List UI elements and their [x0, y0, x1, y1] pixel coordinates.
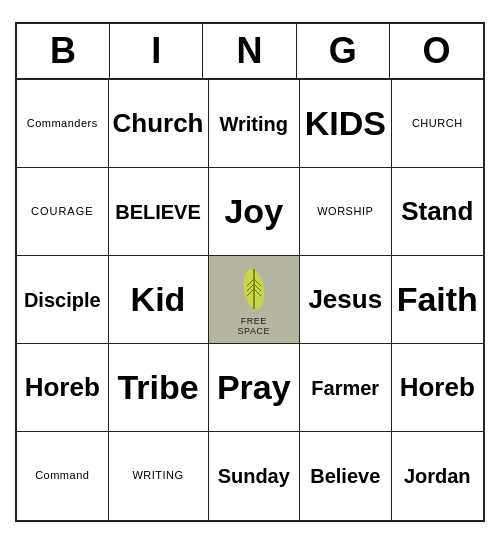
- cell-text: Believe: [310, 464, 380, 488]
- cell-r2-c1: Kid: [109, 256, 209, 344]
- cell-text: WRITING: [132, 469, 183, 482]
- cell-text: Church: [113, 108, 204, 139]
- cell-text: COURAGE: [31, 205, 94, 218]
- cell-r3-c3: Farmer: [300, 344, 392, 432]
- cell-text: BELIEVE: [115, 200, 201, 224]
- cell-text: Horeb: [25, 372, 100, 403]
- header-letter: N: [203, 24, 296, 78]
- cell-text: Commanders: [27, 117, 98, 130]
- cell-text: Kid: [131, 279, 186, 320]
- cell-text: Farmer: [311, 376, 379, 400]
- cell-r0-c3: KIDS: [300, 80, 392, 168]
- bingo-grid: CommandersChurchWritingKIDSCHURCHCOURAGE…: [17, 80, 483, 520]
- cell-text: Pray: [217, 367, 291, 408]
- cell-r3-c4: Horeb: [392, 344, 484, 432]
- cell-r1-c0: COURAGE: [17, 168, 109, 256]
- cell-text: CHURCH: [412, 117, 463, 130]
- cell-r0-c1: Church: [109, 80, 209, 168]
- cell-text: KIDS: [305, 103, 386, 144]
- cell-text: Command: [35, 469, 89, 482]
- cell-text: Faith: [397, 279, 478, 320]
- header-letter: G: [297, 24, 390, 78]
- cell-r4-c4: Jordan: [392, 432, 484, 520]
- bingo-header: BINGO: [17, 24, 483, 80]
- cell-r4-c2: Sunday: [209, 432, 301, 520]
- header-letter: I: [110, 24, 203, 78]
- cell-r2-c4: Faith: [392, 256, 484, 344]
- cell-text: Disciple: [24, 288, 101, 312]
- free-space-icon: [236, 264, 272, 314]
- cell-r2-c2: FREE SPACE: [209, 256, 301, 344]
- cell-r2-c3: Jesus: [300, 256, 392, 344]
- cell-r3-c1: Tribe: [109, 344, 209, 432]
- cell-r4-c1: WRITING: [109, 432, 209, 520]
- cell-r1-c1: BELIEVE: [109, 168, 209, 256]
- cell-text: Tribe: [117, 367, 198, 408]
- cell-r3-c0: Horeb: [17, 344, 109, 432]
- cell-r2-c0: Disciple: [17, 256, 109, 344]
- cell-text: Jordan: [404, 464, 471, 488]
- cell-text: Sunday: [218, 464, 290, 488]
- cell-text: Joy: [224, 191, 283, 232]
- bingo-card: BINGO CommandersChurchWritingKIDSCHURCHC…: [15, 22, 485, 522]
- cell-text: Jesus: [308, 284, 382, 315]
- cell-r1-c4: Stand: [392, 168, 484, 256]
- cell-r4-c0: Command: [17, 432, 109, 520]
- free-space-label: FREE SPACE: [238, 316, 270, 336]
- cell-text: Writing: [219, 112, 288, 136]
- cell-r3-c2: Pray: [209, 344, 301, 432]
- header-letter: B: [17, 24, 110, 78]
- cell-text: Horeb: [400, 372, 475, 403]
- cell-r0-c4: CHURCH: [392, 80, 484, 168]
- cell-r4-c3: Believe: [300, 432, 392, 520]
- cell-text: Stand: [401, 196, 473, 227]
- cell-text: WORSHIP: [317, 205, 373, 218]
- cell-r1-c3: WORSHIP: [300, 168, 392, 256]
- cell-r1-c2: Joy: [209, 168, 301, 256]
- cell-r0-c0: Commanders: [17, 80, 109, 168]
- header-letter: O: [390, 24, 483, 78]
- cell-r0-c2: Writing: [209, 80, 301, 168]
